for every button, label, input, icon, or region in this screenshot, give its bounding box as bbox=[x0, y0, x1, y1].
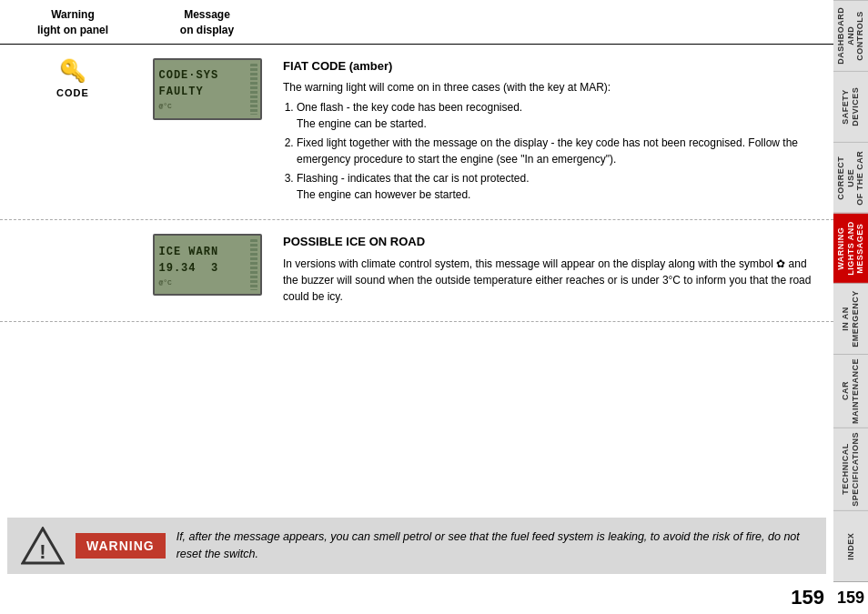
sidebar-item-technical[interactable]: TECHNICALSPECIFICATIONS bbox=[833, 428, 868, 510]
list-item: Fixed light together with the message on… bbox=[297, 135, 824, 167]
content-area: 🔑 CODE CODE·SYS FAULTY @°C FIAT CODE (am… bbox=[0, 45, 833, 329]
warning-box: ! WARNING If, after the message appears,… bbox=[7, 518, 826, 574]
lcd-line-2: 19.34 3 bbox=[159, 260, 256, 277]
footer: 159 bbox=[0, 581, 833, 614]
lcd-ice-warn: ICE WARN 19.34 3 @°C bbox=[153, 234, 262, 296]
fiat-code-intro: The warning light will come on in three … bbox=[283, 79, 824, 96]
page-number: 159 bbox=[791, 586, 824, 609]
sidebar-item-safety[interactable]: SAFETYDEVICES bbox=[833, 71, 868, 142]
list-item: Flashing - indicates that the car is not… bbox=[297, 170, 824, 203]
key-icon: 🔑 bbox=[59, 58, 86, 84]
ice-intro: In versions with climate control system,… bbox=[283, 256, 824, 305]
warning-text: If, after the message appears, you can s… bbox=[177, 528, 812, 563]
main-content: Warning light on panel Message on displa… bbox=[0, 0, 833, 614]
header-warning: Warning light on panel bbox=[0, 7, 136, 38]
text-col-ice: POSSIBLE ICE ON ROAD In versions with cl… bbox=[278, 229, 833, 312]
lcd-line-1: ICE WARN bbox=[159, 244, 256, 260]
sidebar: DASHBOARDAND CONTROLS SAFETYDEVICES CORR… bbox=[833, 0, 868, 614]
fiat-code-title: FIAT CODE (amber) bbox=[283, 57, 824, 75]
lcd-fiat-code: CODE·SYS FAULTY @°C bbox=[153, 58, 262, 120]
fiat-code-list: One flash - the key code has been recogn… bbox=[297, 99, 824, 203]
warning-col-ice bbox=[0, 229, 136, 234]
display-col-ice: ICE WARN 19.34 3 @°C bbox=[136, 229, 278, 300]
warning-label: WARNING bbox=[76, 533, 166, 559]
table-header: Warning light on panel Message on displa… bbox=[0, 0, 833, 45]
lcd-small-2: @°C bbox=[159, 278, 256, 287]
ice-title: POSSIBLE ICE ON ROAD bbox=[283, 233, 824, 251]
warning-triangle-icon: ! bbox=[21, 527, 65, 565]
sidebar-item-emergency[interactable]: IN ANEMERGENCY bbox=[833, 283, 868, 354]
entry-ice-warning: ICE WARN 19.34 3 @°C POSSIBLE ICE ON ROA… bbox=[0, 220, 833, 322]
header-content-col bbox=[278, 7, 833, 38]
header-message: Message on display bbox=[136, 7, 278, 38]
text-col-fiat: FIAT CODE (amber) The warning light will… bbox=[278, 54, 833, 211]
sidebar-item-warning-lights[interactable]: WARNINGLIGHTS ANDMESSAGES bbox=[833, 213, 868, 284]
svg-text:!: ! bbox=[39, 540, 45, 563]
sidebar-item-maintenance[interactable]: CARMAINTENANCE bbox=[833, 354, 868, 428]
sidebar-item-correct-use[interactable]: CORRECT USEOF THE CAR bbox=[833, 142, 868, 213]
display-col-fiat: CODE·SYS FAULTY @°C bbox=[136, 54, 278, 125]
code-label: CODE bbox=[56, 87, 89, 98]
sidebar-page-number: 159 bbox=[833, 581, 868, 614]
lcd-small-1: @°C bbox=[159, 102, 256, 110]
lcd-line-2: FAULTY bbox=[159, 84, 256, 100]
list-item: One flash - the key code has been recogn… bbox=[297, 99, 824, 132]
sidebar-item-index[interactable]: INDEX bbox=[833, 510, 868, 581]
warning-col-fiat: 🔑 CODE bbox=[0, 54, 136, 98]
sidebar-item-dashboard[interactable]: DASHBOARDAND CONTROLS bbox=[833, 0, 868, 71]
lcd-line-1: CODE·SYS bbox=[159, 67, 256, 84]
entry-fuel-cutoff: INERTSW ACTIVE @°C FUEL CUT-OFF SWITCH (… bbox=[0, 322, 833, 329]
entry-fiat-code: 🔑 CODE CODE·SYS FAULTY @°C FIAT CODE (am… bbox=[0, 45, 833, 221]
